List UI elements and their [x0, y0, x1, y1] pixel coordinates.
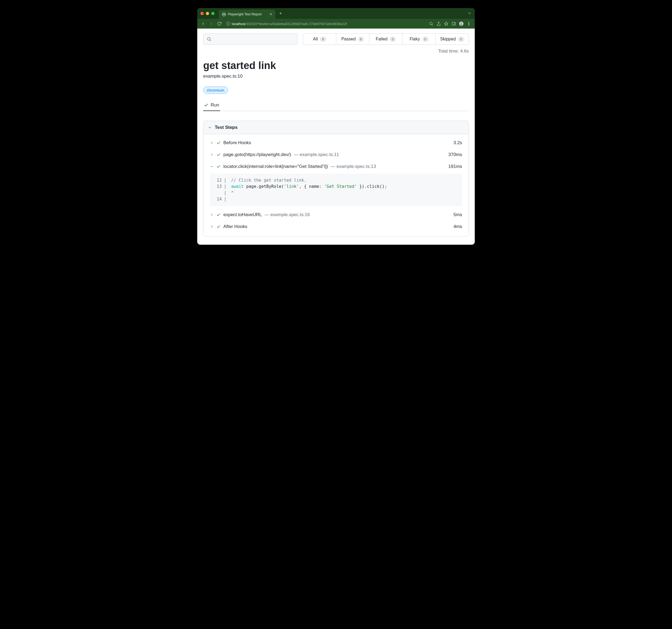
step-duration: 3.2s — [454, 140, 462, 145]
test-title: get started link — [203, 60, 469, 71]
filter-tabs: All 6 Passed 6 Failed 0 Flaky 0 Skipped — [303, 33, 469, 45]
filter-flaky-count: 0 — [422, 37, 428, 42]
forward-button[interactable] — [208, 21, 215, 27]
step-row[interactable]: Before Hooks 3.2s — [203, 137, 469, 149]
code-keyword: await — [231, 184, 244, 189]
chevron-down-icon — [208, 125, 212, 130]
svg-line-12 — [210, 40, 211, 41]
code-text: { name — [302, 184, 319, 189]
maximize-window-button[interactable] — [211, 12, 215, 15]
step-row[interactable]: After Hooks 4ms — [203, 221, 469, 233]
steps-header-label: Test Steps — [215, 125, 238, 130]
step-duration: 4ms — [454, 224, 462, 229]
browser-chip[interactable]: chromium — [203, 87, 228, 94]
minimize-window-button[interactable] — [206, 12, 209, 15]
step-name: After Hooks — [223, 224, 247, 229]
total-time: Total time: 4.6s — [203, 48, 469, 54]
filter-all-label: All — [313, 37, 318, 42]
address-bar[interactable]: i localhost:9323/#?testId=a30a6eba6312f6… — [224, 22, 426, 26]
run-tabs: Run — [203, 100, 469, 111]
check-icon — [204, 103, 209, 108]
steps-panel: Test Steps Before Hooks 3.2s page.goto(h… — [203, 121, 469, 237]
code-text: }).click() — [357, 184, 384, 189]
filter-failed[interactable]: Failed 0 — [369, 34, 403, 44]
steps-header[interactable]: Test Steps — [203, 121, 469, 134]
step-duration: 191ms — [448, 164, 462, 169]
close-tab-icon[interactable]: × — [270, 12, 272, 17]
svg-marker-3 — [444, 22, 448, 25]
browser-tab[interactable]: Playwright Test Report × — [219, 10, 275, 19]
step-row[interactable]: page.goto(https://playwright.dev/) — exa… — [203, 149, 469, 161]
panel-icon[interactable] — [451, 21, 457, 27]
globe-icon — [222, 13, 226, 16]
code-snippet: 12| // Click the get started link. 13| a… — [210, 173, 462, 206]
menu-icon[interactable] — [465, 21, 472, 27]
step-row[interactable]: expect.toHaveURL — example.spec.ts:16 5m… — [203, 209, 469, 221]
line-number: 12 — [215, 177, 222, 184]
filter-failed-label: Failed — [376, 37, 388, 42]
step-source: — example.spec.ts:11 — [294, 152, 339, 157]
filter-passed-count: 6 — [358, 37, 364, 42]
svg-point-7 — [461, 23, 462, 24]
line-number: 14 — [215, 196, 222, 202]
titlebar: Playwright Test Report × + — [197, 8, 475, 19]
filter-passed-label: Passed — [341, 37, 356, 42]
step-row[interactable]: locator.click(internal:role=link[name="G… — [203, 161, 469, 172]
search-input[interactable] — [203, 33, 297, 45]
code-punct: ; — [384, 184, 387, 189]
new-tab-button[interactable]: + — [279, 11, 282, 17]
run-tab[interactable]: Run — [203, 100, 220, 111]
site-info-icon[interactable]: i — [226, 22, 230, 26]
profile-icon[interactable] — [458, 21, 464, 27]
check-icon — [216, 164, 221, 169]
error-caret: ^ — [231, 190, 234, 195]
svg-point-10 — [469, 25, 469, 25]
svg-point-11 — [208, 38, 211, 41]
chevron-right-icon — [210, 153, 214, 157]
filter-passed[interactable]: Passed 6 — [336, 34, 369, 44]
run-tab-label: Run — [211, 102, 219, 108]
check-icon — [216, 213, 221, 217]
traffic-lights — [200, 12, 215, 15]
filter-all-count: 6 — [320, 37, 326, 42]
chevron-right-icon — [210, 213, 214, 217]
step-name: expect.toHaveURL — [223, 212, 262, 217]
check-icon — [216, 141, 221, 145]
url-host: localhost — [232, 22, 245, 26]
step-name: locator.click(internal:role=link[name="G… — [223, 164, 328, 169]
tab-title: Playwright Test Report — [228, 13, 262, 16]
share-icon[interactable] — [435, 21, 442, 27]
code-string: 'link' — [284, 184, 299, 189]
steps-body: Before Hooks 3.2s page.goto(https://play… — [203, 134, 469, 236]
code-string: 'Get Started' — [324, 184, 357, 189]
search-icon — [207, 37, 212, 42]
filter-failed-count: 0 — [390, 37, 396, 42]
step-source: — example.spec.ts:16 — [265, 212, 310, 217]
navbar: i localhost:9323/#?testId=a30a6eba6312f6… — [197, 19, 475, 28]
filter-skipped-label: Skipped — [440, 37, 456, 42]
check-icon — [216, 225, 221, 229]
svg-point-9 — [469, 23, 469, 24]
reload-button[interactable] — [216, 21, 222, 27]
test-location: example.spec.ts:10 — [203, 74, 469, 79]
url-path: :9323/#?testId=a30a6eba6312f6b87ea5-274e… — [245, 22, 347, 26]
svg-line-1 — [432, 25, 433, 25]
svg-point-0 — [430, 22, 432, 25]
filter-flaky-label: Flaky — [410, 37, 420, 42]
tabs-dropdown-icon[interactable] — [467, 11, 472, 16]
code-comment: // Click the get started link. — [231, 178, 307, 183]
step-duration: 5ms — [454, 212, 462, 217]
filter-flaky[interactable]: Flaky 0 — [403, 34, 436, 44]
zoom-icon[interactable] — [428, 21, 434, 27]
filter-skipped-count: 0 — [458, 37, 464, 42]
step-source: — example.spec.ts:13 — [331, 164, 376, 169]
check-icon — [216, 153, 221, 157]
chevron-down-icon — [210, 165, 214, 168]
filter-all[interactable]: All 6 — [303, 34, 336, 44]
close-window-button[interactable] — [200, 12, 204, 15]
bookmark-star-icon[interactable] — [443, 21, 450, 27]
svg-rect-4 — [452, 22, 455, 25]
filter-skipped[interactable]: Skipped 0 — [436, 34, 469, 44]
browser-window: Playwright Test Report × + i localhost:9… — [197, 8, 475, 245]
back-button[interactable] — [200, 21, 207, 27]
